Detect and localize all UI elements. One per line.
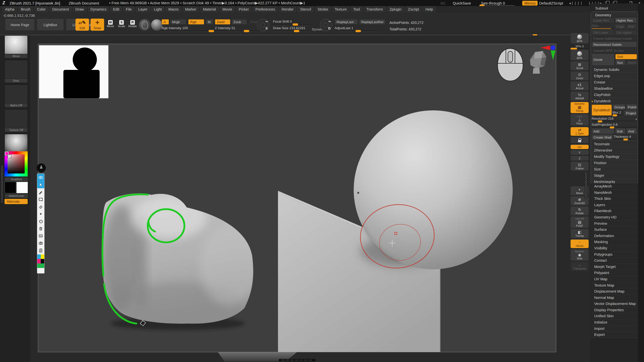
geometry-title[interactable]: Geometry [592, 12, 637, 18]
menu-item[interactable]: Color [34, 7, 48, 12]
menu-item[interactable]: Alpha [3, 7, 17, 12]
switch-color-label[interactable]: SwitchColor [5, 194, 28, 198]
subprojection-slider[interactable]: SubProjection 0.6 [592, 123, 637, 128]
palette-section-row[interactable]: Vector Displacement Map [591, 301, 638, 307]
dynamesh-button[interactable]: DynaMesh [592, 105, 612, 116]
zremesher-section[interactable]: ZRemesher [591, 147, 638, 153]
color-green-swatch[interactable] [37, 263, 44, 268]
quicksave-button[interactable]: QuickSave [453, 1, 471, 5]
tray-thumbnail[interactable] [5, 109, 28, 128]
palette-section-row[interactable]: Texture Map [591, 283, 638, 289]
right-shelf-button[interactable]: ⇄ L.Sym [570, 127, 589, 136]
polish-button[interactable]: Polish [626, 105, 637, 110]
suv-button[interactable]: Suv [615, 60, 625, 65]
menu-item[interactable]: Macro [166, 7, 181, 12]
cage-button[interactable]: Cage [615, 24, 626, 29]
move-gyro-button[interactable]: M Move [105, 20, 116, 28]
del-higher-button[interactable]: Del Higher [615, 30, 637, 35]
menu-item[interactable]: Zscript [406, 7, 422, 12]
tray-thumbnail[interactable] [5, 60, 28, 79]
camera-screenshot-icon[interactable] [37, 239, 44, 247]
right-shelf-button[interactable]: x1 Actual [570, 82, 589, 91]
material-preview-icon[interactable] [151, 19, 163, 31]
document-preview-thumbnail[interactable] [39, 45, 108, 98]
tessimate-section[interactable]: Tessimate [591, 141, 638, 147]
palette-section-row[interactable]: Geometry HD [591, 214, 638, 221]
divider-orange-tick[interactable] [533, 34, 537, 35]
tray-tile[interactable]: Dots [5, 60, 28, 83]
mrgb-button[interactable]: Mrgb [170, 19, 186, 25]
subtool-section[interactable]: Subtool [591, 6, 638, 11]
right-shelf-button[interactable]: xyz [570, 145, 589, 149]
menu-item[interactable]: Movie [220, 7, 235, 12]
menu-item[interactable]: Brush [18, 7, 33, 12]
menu-item[interactable]: Material [200, 7, 219, 12]
thickness-slider[interactable]: Thickness 4 [614, 135, 637, 140]
right-shelf-button[interactable]: Dynamic ◉ Solo [570, 249, 589, 261]
project-button[interactable]: Project [624, 111, 637, 116]
rgb-intensity-slider[interactable]: Rgb Intensity 100 [162, 26, 222, 32]
shape-rectangle-icon[interactable] [37, 196, 44, 203]
right-shelf-button[interactable]: Z [570, 156, 589, 161]
menu-item[interactable]: Picker [236, 7, 251, 12]
home-page-button[interactable]: Home Page [5, 19, 35, 31]
right-shelf-button[interactable]: Y [570, 150, 589, 155]
spix-slider[interactable]: SPix 3 [571, 45, 589, 49]
right-shelf-button[interactable]: ½ AAHalf [570, 92, 589, 101]
stroke-s-icon[interactable]: ✎ S [257, 19, 269, 31]
shadowbox-section[interactable]: ShadowBox [591, 85, 638, 92]
right-shelf-button[interactable]: ⊞ Scroll [570, 62, 589, 71]
a-button[interactable]: A [162, 19, 169, 25]
right-shelf-button[interactable]: ⊙ Zoom [570, 72, 589, 81]
right-shelf-button[interactable]: ↔ Transpose [570, 262, 589, 271]
color-blue-swatch[interactable] [37, 254, 41, 259]
sdiv-slider[interactable]: SDiv [592, 24, 614, 29]
pen-tool-icon[interactable] [37, 188, 44, 196]
blur-slider[interactable]: Blur 2 [613, 111, 623, 116]
dynamic-subdiv-section[interactable]: Dynamic Subdiv [591, 66, 638, 73]
lower-res-button[interactable]: Lower Res [592, 18, 614, 23]
tray-tile[interactable]: Alpha Off [5, 85, 28, 108]
palette-section-row[interactable]: Unified Skin [591, 313, 638, 320]
menu-item[interactable]: Stroke [315, 7, 331, 12]
tray-thumbnail[interactable] [5, 134, 28, 153]
palette-section-row[interactable]: Contact [591, 258, 638, 264]
annotation-pen-button[interactable] [37, 163, 46, 172]
menu-item[interactable]: Document [50, 7, 71, 12]
sv-selector[interactable] [8, 155, 11, 158]
menu-item[interactable]: Marker [183, 7, 199, 12]
focal-shift-slider[interactable]: Focal Shift 0 [273, 20, 311, 25]
z-intensity-slider[interactable]: Z Intensity 51 [215, 26, 262, 32]
menu-item[interactable]: Render [279, 7, 296, 12]
right-shelf-button[interactable]: ↻ Rotate [570, 207, 589, 216]
menu-item[interactable]: Preferences [253, 7, 277, 12]
palette-section-row[interactable]: Export [591, 332, 638, 338]
menu-item[interactable]: Zplugin [387, 7, 404, 12]
m-button[interactable]: M [206, 19, 213, 25]
smt-button[interactable]: Smt [615, 54, 637, 59]
color-picker[interactable] [5, 151, 28, 176]
menu-item[interactable]: Stencil [298, 7, 314, 12]
lightbox-button[interactable]: LightBox [37, 19, 64, 31]
ac-toggle[interactable]: AC [440, 1, 446, 5]
clipboard-icon[interactable] [37, 247, 44, 254]
resolution-slider[interactable]: Resolution 216 [592, 117, 635, 122]
sphere-mesh[interactable] [354, 110, 513, 269]
palette-section-row[interactable]: Surface [591, 227, 638, 233]
select-cursor-icon[interactable] [37, 181, 44, 188]
modify-topology-section[interactable]: Modify Topology [591, 153, 638, 160]
right-shelf-button[interactable] [570, 137, 589, 144]
see-through-slider[interactable]: See-through 0 [481, 1, 514, 5]
right-shelf-button[interactable]: ◌ Ghost [570, 239, 589, 248]
palette-section-row[interactable]: Deformation [591, 233, 638, 239]
zadd-button[interactable]: Zadd [215, 19, 230, 25]
tray-thumbnail[interactable] [5, 85, 28, 103]
sub-button[interactable]: Sub [615, 129, 626, 134]
left-tray-toggle-icon[interactable]: ◂❘❘❘❘ [569, 1, 583, 5]
palette-section-row[interactable]: Normal Map [591, 295, 638, 301]
palette-section-row[interactable]: Morph Target [591, 264, 638, 270]
document-canvas[interactable] [38, 44, 556, 352]
menu-item[interactable]: Texture [332, 7, 349, 12]
draw-mode-button[interactable]: ✛ Draw [91, 19, 104, 31]
right-shelf-button[interactable]: ◧ Transp [570, 229, 589, 238]
